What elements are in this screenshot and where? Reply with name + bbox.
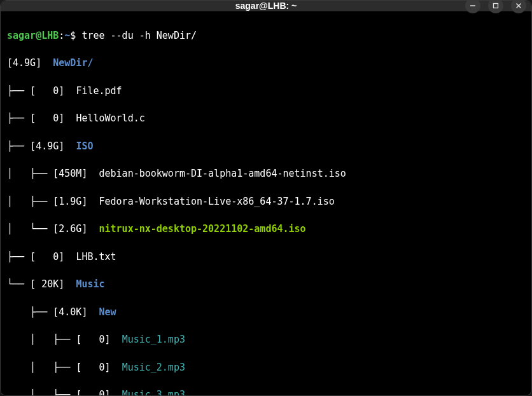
tree-line: │ ├── [ 0] Music_3.mp3 [7,388,525,396]
tree-line: ├── [ 0] HelloWorld.c [7,112,525,126]
size-label: [ 0] [30,251,76,263]
file-name: LHB.txt [76,251,116,263]
tree-branch: │ ├── [7,389,76,396]
tree-line: ├── [4.9G] ISO [7,140,525,154]
tree-branch: │ ├── [7,168,53,179]
size-label: [450M] [53,168,99,179]
window-title: sagar@LHB: ~ [235,1,297,11]
tree-branch: ├── [7,85,30,97]
tree-line: │ ├── [ 0] Music_1.mp3 [7,333,525,347]
prompt-line: sagar@LHB:~$ tree --du -h NewDir/ [7,29,525,43]
minimize-icon [470,3,476,9]
minimize-button[interactable] [465,0,480,13]
file-name: File.pdf [76,85,122,97]
close-icon [515,3,522,9]
dir-name: Music [76,278,104,290]
dir-name: ISO [76,140,93,152]
size-label: [ 0] [30,113,76,124]
titlebar: sagar@LHB: ~ [1,1,531,11]
tree-line: ├── [ 0] LHB.txt [7,250,525,264]
terminal-window: sagar@LHB: ~ sagar@LHB:~$ tree --du -h N… [0,0,532,396]
maximize-icon [493,3,499,9]
tree-branch: │ ├── [7,196,53,207]
command-text: tree --du -h NewDir/ [81,30,197,41]
prompt-user-host: sagar@LHB [7,30,59,41]
tree-branch: ├── [7,251,30,263]
file-name: Fedora-Workstation-Live-x86_64-37-1.7.is… [99,196,335,207]
size-label: [2.6G] [53,223,99,235]
tree-line: │ └── [2.6G] nitrux-nx-desktop-20221102-… [7,222,525,236]
close-button[interactable] [511,0,526,13]
tree-line: │ ├── [450M] debian-bookworm-DI-alpha1-a… [7,167,525,181]
size-label: [ 0] [30,85,76,97]
tree-branch: ├── [7,140,30,152]
tree-line: │ ├── [1.9G] Fedora-Workstation-Live-x86… [7,195,525,209]
file-name: nitrux-nx-desktop-20221102-amd64.iso [99,223,306,235]
tree-branch: │ └── [7,223,53,235]
size-label: [4.9G] [7,57,53,69]
size-label: [4.0K] [53,306,99,318]
size-label: [ 0] [76,389,122,396]
prompt-sigil: $ [70,30,81,41]
maximize-button[interactable] [488,0,503,13]
tree-branch: │ ├── [7,334,76,345]
tree-branch: ├── [7,113,30,124]
tree-line: ├── [ 0] File.pdf [7,85,525,99]
prompt-sep: : [59,30,64,41]
prompt-path: ~ [64,30,70,41]
dir-name: NewDir/ [53,57,93,69]
tree-branch: │ ├── [7,362,76,373]
dir-name: New [99,306,116,318]
window-controls [465,0,526,13]
tree-branch: └── [7,278,30,290]
tree-line: └── [ 20K] Music [7,278,525,292]
file-name: Music_1.mp3 [122,334,185,345]
size-label: [4.9G] [30,140,76,152]
svg-rect-1 [494,4,498,8]
tree-line: │ ├── [ 0] Music_2.mp3 [7,361,525,375]
file-name: debian-bookworm-DI-alpha1-amd64-netinst.… [99,168,346,179]
file-name: Music_3.mp3 [122,389,185,396]
size-label: [1.9G] [53,196,99,207]
size-label: [ 20K] [30,278,76,290]
terminal-body[interactable]: sagar@LHB:~$ tree --du -h NewDir/ [4.9G]… [1,11,531,396]
tree-line: ├── [4.0K] New [7,306,525,320]
tree-branch: ├── [7,306,53,318]
file-name: Music_2.mp3 [122,362,185,373]
file-name: HelloWorld.c [76,113,144,124]
tree-line: [4.9G] NewDir/ [7,57,525,71]
size-label: [ 0] [76,334,122,345]
size-label: [ 0] [76,362,122,373]
